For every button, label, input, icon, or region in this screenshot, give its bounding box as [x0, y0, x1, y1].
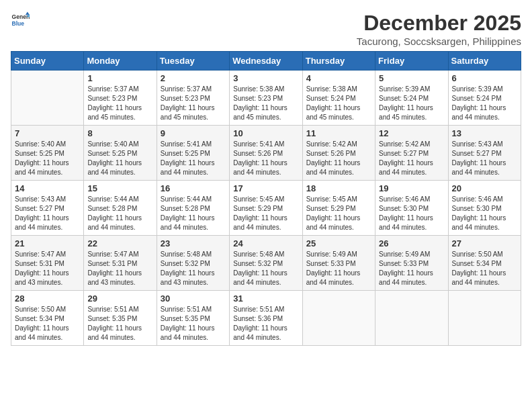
calendar-table: SundayMondayTuesdayWednesdayThursdayFrid…	[11, 51, 521, 346]
day-info: Sunrise: 5:40 AM Sunset: 5:25 PM Dayligh…	[87, 140, 152, 177]
calendar-day-cell: 20Sunrise: 5:46 AM Sunset: 5:30 PM Dayli…	[448, 181, 521, 236]
calendar-header-cell: Friday	[375, 52, 448, 71]
day-number: 17	[233, 183, 298, 193]
calendar-header-row: SundayMondayTuesdayWednesdayThursdayFrid…	[11, 52, 521, 71]
day-number: 20	[452, 183, 517, 193]
calendar-day-cell: 7Sunrise: 5:40 AM Sunset: 5:25 PM Daylig…	[11, 126, 84, 181]
calendar-day-cell: 2Sunrise: 5:37 AM Sunset: 5:23 PM Daylig…	[157, 71, 229, 126]
day-info: Sunrise: 5:49 AM Sunset: 5:33 PM Dayligh…	[379, 250, 444, 287]
day-number: 3	[233, 73, 298, 83]
logo: General Blue	[11, 11, 30, 30]
day-info: Sunrise: 5:39 AM Sunset: 5:24 PM Dayligh…	[452, 85, 517, 122]
day-number: 10	[233, 128, 298, 138]
calendar-day-cell: 29Sunrise: 5:51 AM Sunset: 5:35 PM Dayli…	[84, 291, 157, 346]
calendar-week-row: 14Sunrise: 5:43 AM Sunset: 5:27 PM Dayli…	[11, 181, 521, 236]
day-info: Sunrise: 5:51 AM Sunset: 5:36 PM Dayligh…	[233, 305, 298, 342]
calendar-day-cell: 19Sunrise: 5:46 AM Sunset: 5:30 PM Dayli…	[375, 181, 448, 236]
calendar-day-cell: 12Sunrise: 5:42 AM Sunset: 5:27 PM Dayli…	[375, 126, 448, 181]
day-number: 16	[161, 183, 226, 193]
calendar-day-cell: 17Sunrise: 5:45 AM Sunset: 5:29 PM Dayli…	[230, 181, 302, 236]
day-info: Sunrise: 5:45 AM Sunset: 5:29 PM Dayligh…	[233, 195, 298, 232]
day-number: 1	[87, 73, 152, 83]
day-number: 24	[233, 238, 298, 248]
day-info: Sunrise: 5:51 AM Sunset: 5:35 PM Dayligh…	[87, 305, 152, 342]
month-title: December 2025	[357, 11, 521, 36]
calendar-day-cell: 16Sunrise: 5:44 AM Sunset: 5:28 PM Dayli…	[157, 181, 229, 236]
calendar-day-cell: 21Sunrise: 5:47 AM Sunset: 5:31 PM Dayli…	[11, 236, 84, 291]
day-number: 22	[87, 238, 152, 248]
day-info: Sunrise: 5:46 AM Sunset: 5:30 PM Dayligh…	[452, 195, 517, 232]
day-number: 13	[452, 128, 517, 138]
day-number: 15	[87, 183, 152, 193]
calendar-day-cell: 3Sunrise: 5:38 AM Sunset: 5:23 PM Daylig…	[230, 71, 302, 126]
calendar-day-cell: 28Sunrise: 5:50 AM Sunset: 5:34 PM Dayli…	[11, 291, 84, 346]
day-info: Sunrise: 5:44 AM Sunset: 5:28 PM Dayligh…	[161, 195, 226, 232]
calendar-day-cell: 9Sunrise: 5:41 AM Sunset: 5:25 PM Daylig…	[157, 126, 229, 181]
calendar-day-cell: 24Sunrise: 5:48 AM Sunset: 5:32 PM Dayli…	[230, 236, 302, 291]
day-info: Sunrise: 5:46 AM Sunset: 5:30 PM Dayligh…	[379, 195, 444, 232]
day-info: Sunrise: 5:37 AM Sunset: 5:23 PM Dayligh…	[161, 85, 226, 122]
day-number: 27	[452, 238, 517, 248]
day-info: Sunrise: 5:43 AM Sunset: 5:27 PM Dayligh…	[452, 140, 517, 177]
calendar-week-row: 1Sunrise: 5:37 AM Sunset: 5:23 PM Daylig…	[11, 71, 521, 126]
svg-text:Blue: Blue	[12, 20, 25, 27]
day-number: 11	[306, 128, 371, 138]
calendar-day-cell: 30Sunrise: 5:51 AM Sunset: 5:35 PM Dayli…	[157, 291, 229, 346]
calendar-day-cell: 15Sunrise: 5:44 AM Sunset: 5:28 PM Dayli…	[84, 181, 157, 236]
day-number: 30	[161, 293, 226, 304]
location-title: Tacurong, Soccsksargen, Philippines	[357, 36, 521, 47]
day-number: 4	[306, 73, 371, 83]
day-info: Sunrise: 5:44 AM Sunset: 5:28 PM Dayligh…	[87, 195, 152, 232]
day-info: Sunrise: 5:42 AM Sunset: 5:27 PM Dayligh…	[379, 140, 444, 177]
day-info: Sunrise: 5:39 AM Sunset: 5:24 PM Dayligh…	[379, 85, 444, 122]
day-info: Sunrise: 5:51 AM Sunset: 5:35 PM Dayligh…	[161, 305, 226, 342]
calendar-week-row: 7Sunrise: 5:40 AM Sunset: 5:25 PM Daylig…	[11, 126, 521, 181]
day-info: Sunrise: 5:48 AM Sunset: 5:32 PM Dayligh…	[161, 250, 226, 287]
day-number: 14	[15, 183, 80, 193]
day-info: Sunrise: 5:43 AM Sunset: 5:27 PM Dayligh…	[15, 195, 80, 232]
day-number: 2	[161, 73, 226, 83]
day-number: 28	[15, 293, 80, 304]
page-header: General Blue December 2025 Tacurong, Soc…	[11, 11, 521, 47]
day-number: 7	[15, 128, 80, 138]
day-number: 21	[15, 238, 80, 248]
calendar-day-cell: 13Sunrise: 5:43 AM Sunset: 5:27 PM Dayli…	[448, 126, 521, 181]
calendar-header-cell: Sunday	[11, 52, 84, 71]
calendar-day-cell: 14Sunrise: 5:43 AM Sunset: 5:27 PM Dayli…	[11, 181, 84, 236]
title-block: December 2025 Tacurong, Soccsksargen, Ph…	[357, 11, 521, 47]
day-number: 8	[87, 128, 152, 138]
calendar-day-cell	[302, 291, 375, 346]
day-info: Sunrise: 5:41 AM Sunset: 5:25 PM Dayligh…	[161, 140, 226, 177]
calendar-day-cell: 23Sunrise: 5:48 AM Sunset: 5:32 PM Dayli…	[157, 236, 229, 291]
day-info: Sunrise: 5:50 AM Sunset: 5:34 PM Dayligh…	[15, 305, 80, 342]
day-info: Sunrise: 5:47 AM Sunset: 5:31 PM Dayligh…	[15, 250, 80, 287]
calendar-day-cell	[375, 291, 448, 346]
day-number: 5	[379, 73, 444, 83]
calendar-body: 1Sunrise: 5:37 AM Sunset: 5:23 PM Daylig…	[11, 71, 521, 346]
calendar-week-row: 28Sunrise: 5:50 AM Sunset: 5:34 PM Dayli…	[11, 291, 521, 346]
day-number: 31	[233, 293, 298, 304]
calendar-day-cell: 27Sunrise: 5:50 AM Sunset: 5:34 PM Dayli…	[448, 236, 521, 291]
calendar-header-cell: Monday	[84, 52, 157, 71]
calendar-week-row: 21Sunrise: 5:47 AM Sunset: 5:31 PM Dayli…	[11, 236, 521, 291]
calendar-day-cell: 5Sunrise: 5:39 AM Sunset: 5:24 PM Daylig…	[375, 71, 448, 126]
day-info: Sunrise: 5:50 AM Sunset: 5:34 PM Dayligh…	[452, 250, 517, 287]
day-number: 26	[379, 238, 444, 248]
calendar-day-cell: 11Sunrise: 5:42 AM Sunset: 5:26 PM Dayli…	[302, 126, 375, 181]
day-number: 19	[379, 183, 444, 193]
calendar-day-cell: 6Sunrise: 5:39 AM Sunset: 5:24 PM Daylig…	[448, 71, 521, 126]
calendar-header-cell: Tuesday	[157, 52, 229, 71]
day-info: Sunrise: 5:49 AM Sunset: 5:33 PM Dayligh…	[306, 250, 371, 287]
day-number: 6	[452, 73, 517, 83]
calendar-header-cell: Saturday	[448, 52, 521, 71]
day-number: 18	[306, 183, 371, 193]
day-number: 23	[161, 238, 226, 248]
calendar-day-cell: 10Sunrise: 5:41 AM Sunset: 5:26 PM Dayli…	[230, 126, 302, 181]
day-info: Sunrise: 5:47 AM Sunset: 5:31 PM Dayligh…	[87, 250, 152, 287]
day-info: Sunrise: 5:40 AM Sunset: 5:25 PM Dayligh…	[15, 140, 80, 177]
day-info: Sunrise: 5:45 AM Sunset: 5:29 PM Dayligh…	[306, 195, 371, 232]
day-info: Sunrise: 5:38 AM Sunset: 5:24 PM Dayligh…	[306, 85, 371, 122]
day-number: 29	[87, 293, 152, 304]
calendar-day-cell: 31Sunrise: 5:51 AM Sunset: 5:36 PM Dayli…	[230, 291, 302, 346]
calendar-day-cell: 18Sunrise: 5:45 AM Sunset: 5:29 PM Dayli…	[302, 181, 375, 236]
